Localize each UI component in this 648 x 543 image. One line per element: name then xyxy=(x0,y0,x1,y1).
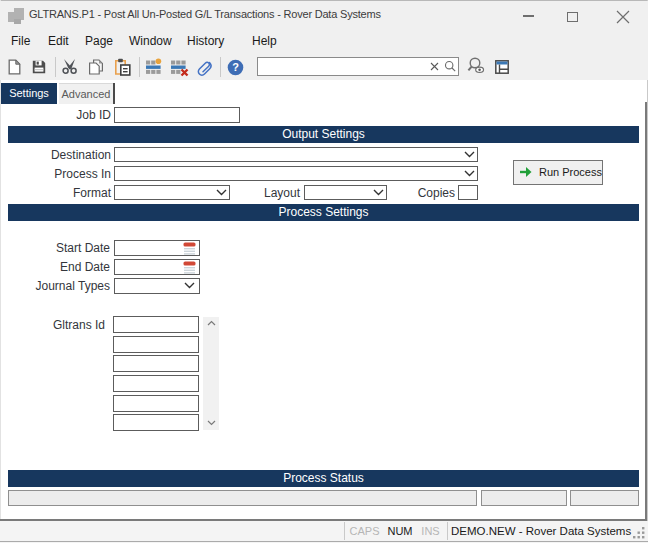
svg-text:?: ? xyxy=(232,61,239,73)
